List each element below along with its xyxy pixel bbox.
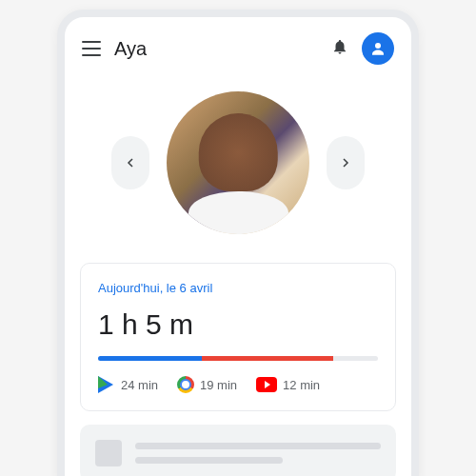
app-header: Aya bbox=[65, 17, 411, 72]
page-title: Aya bbox=[114, 38, 318, 60]
app-list: 24 min 19 min 12 min bbox=[98, 376, 378, 393]
app-time-play: 24 min bbox=[121, 378, 158, 392]
loading-card-placeholder bbox=[80, 425, 396, 476]
app-item-play[interactable]: 24 min bbox=[98, 376, 158, 393]
date-label: Aujourd'hui, le 6 avril bbox=[98, 281, 378, 295]
usage-segment-play bbox=[98, 356, 202, 361]
usage-segment-chrome bbox=[202, 356, 283, 361]
usage-segment-youtube bbox=[283, 356, 333, 361]
notifications-icon[interactable] bbox=[331, 38, 348, 59]
usage-bar bbox=[98, 356, 378, 361]
skeleton-line bbox=[135, 443, 381, 449]
svg-point-0 bbox=[375, 43, 381, 49]
menu-icon[interactable] bbox=[82, 41, 101, 56]
prev-child-button[interactable] bbox=[111, 136, 149, 189]
child-profile-photo[interactable] bbox=[167, 91, 309, 234]
youtube-icon bbox=[256, 377, 277, 392]
chrome-icon bbox=[177, 376, 194, 393]
total-screen-time: 1 h 5 m bbox=[98, 308, 378, 341]
app-time-youtube: 12 min bbox=[283, 378, 320, 392]
app-item-chrome[interactable]: 19 min bbox=[177, 376, 237, 393]
skeleton-icon bbox=[95, 440, 122, 466]
app-time-chrome: 19 min bbox=[200, 378, 237, 392]
skeleton-lines bbox=[135, 443, 381, 464]
next-child-button[interactable] bbox=[327, 136, 365, 189]
screen-time-card[interactable]: Aujourd'hui, le 6 avril 1 h 5 m 24 min 1… bbox=[80, 263, 396, 411]
phone-frame: Aya Aujourd'hui, le 6 avril 1 h bbox=[57, 10, 419, 476]
play-store-icon bbox=[98, 376, 115, 393]
child-carousel bbox=[65, 72, 411, 263]
account-avatar-button[interactable] bbox=[362, 32, 394, 65]
app-item-youtube[interactable]: 12 min bbox=[256, 376, 320, 393]
skeleton-line bbox=[135, 457, 283, 464]
